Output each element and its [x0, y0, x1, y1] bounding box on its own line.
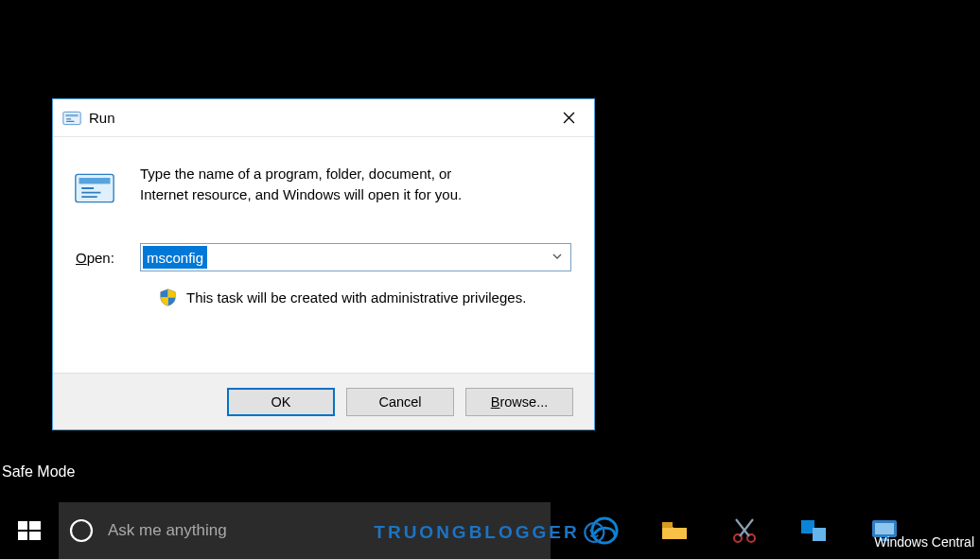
taskbar: Ask me anything Windows Central [0, 502, 980, 559]
browse-button[interactable]: Browse... [465, 388, 573, 416]
taskbar-search-box[interactable]: Ask me anything [59, 502, 551, 559]
taskbar-app1-icon[interactable] [798, 515, 831, 547]
svg-rect-0 [63, 112, 80, 124]
windows-central-label: Windows Central [874, 534, 974, 550]
cortana-icon [68, 517, 95, 544]
run-admin-note: This task will be created with administr… [186, 289, 526, 306]
run-description: Type the name of a program, folder, docu… [140, 164, 462, 205]
chevron-down-icon [551, 251, 563, 262]
svg-rect-10 [662, 522, 673, 528]
safe-mode-label: Safe Mode [2, 463, 75, 480]
combobox-dropdown-button[interactable] [551, 249, 563, 266]
folder-icon [658, 515, 691, 547]
run-button-bar: OK Cancel Browse... [53, 373, 594, 429]
taskbar-search-placeholder: Ask me anything [108, 521, 227, 540]
svg-rect-1 [65, 114, 78, 116]
run-open-input-value[interactable]: msconfig [143, 246, 207, 269]
svg-rect-5 [29, 521, 41, 530]
taskbar-snipping-tool-icon[interactable] [728, 515, 761, 547]
taskbar-edge-icon[interactable] [588, 515, 621, 547]
svg-rect-13 [801, 520, 814, 533]
svg-rect-6 [18, 532, 27, 540]
run-close-button[interactable] [547, 99, 590, 136]
windows-logo-icon [18, 519, 41, 542]
ok-button[interactable]: OK [227, 388, 335, 416]
taskbar-file-explorer-icon[interactable] [658, 515, 691, 547]
scissors-icon [728, 515, 761, 547]
close-icon [563, 112, 575, 124]
edge-icon [588, 515, 621, 547]
run-open-label: Open: [76, 250, 140, 266]
run-open-combobox[interactable]: msconfig [140, 243, 571, 271]
svg-rect-4 [18, 521, 27, 530]
svg-rect-16 [875, 523, 894, 534]
run-dialog-icon [74, 167, 115, 209]
svg-rect-7 [29, 532, 41, 540]
run-dialog: Run Type the name of a program, folder, … [52, 98, 595, 430]
cancel-button[interactable]: Cancel [346, 388, 454, 416]
svg-rect-14 [813, 528, 826, 541]
start-button[interactable] [0, 502, 59, 559]
window-tiles-icon [798, 515, 831, 547]
uac-shield-icon [159, 288, 177, 306]
run-title-icon [62, 109, 81, 128]
svg-point-8 [71, 520, 92, 541]
run-titlebar[interactable]: Run [53, 99, 594, 137]
svg-rect-3 [79, 178, 111, 183]
run-title-text: Run [89, 110, 547, 126]
